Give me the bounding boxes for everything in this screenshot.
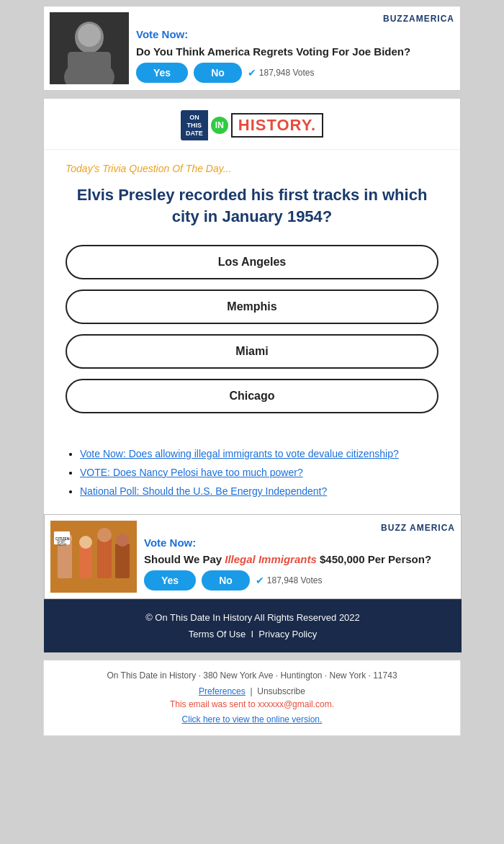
buzz-america-logo-top: BUZZAMERICA bbox=[136, 14, 454, 24]
answer-choices: Los Angeles Memphis Miami Chicago bbox=[66, 245, 438, 413]
calendar-box: ON THIS DATE bbox=[181, 110, 208, 140]
footer-links: Terms Of Use I Privacy Policy bbox=[58, 629, 447, 639]
in-label: IN bbox=[215, 120, 224, 130]
answer-chicago[interactable]: Chicago bbox=[66, 379, 438, 413]
ad-inner-top: BUZZAMERICA Vote Now: Do You Think Ameri… bbox=[44, 6, 460, 90]
votes-label-top: 187,948 Votes bbox=[259, 68, 315, 78]
no-button-top[interactable]: No bbox=[194, 63, 242, 83]
history-label: HISTORY. bbox=[238, 116, 316, 134]
yes-button-bottom[interactable]: Yes bbox=[144, 570, 196, 591]
svg-point-13 bbox=[116, 534, 129, 547]
answer-memphis[interactable]: Memphis bbox=[66, 289, 438, 324]
footer-light: On This Date in History · 380 New York A… bbox=[43, 660, 461, 736]
poll-link-1[interactable]: Vote Now: Does allowing illegal immigran… bbox=[80, 448, 399, 459]
in-badge: IN bbox=[211, 117, 228, 134]
ad-banner-top: BUZZAMERICA Vote Now: Do You Think Ameri… bbox=[43, 6, 461, 91]
unsubscribe-label: Unsubscribe bbox=[257, 686, 305, 696]
main-content-box: ON THIS DATE IN HISTORY. Today's Trivia … bbox=[43, 98, 461, 653]
preferences-line: Preferences | Unsubscribe bbox=[58, 686, 446, 696]
answer-los-angeles[interactable]: Los Angeles bbox=[66, 245, 438, 279]
email-notice: This email was sent to xxxxxx@gmail.com. bbox=[170, 699, 334, 709]
view-online: Click here to view the online version. bbox=[58, 712, 446, 725]
svg-rect-6 bbox=[58, 542, 72, 578]
otd-logo: ON THIS DATE IN HISTORY. bbox=[181, 110, 323, 140]
footer-dark: © On This Date In History All Rights Res… bbox=[44, 599, 462, 652]
votes-count-top: ✔ 187,948 Votes bbox=[248, 67, 315, 78]
ad-bottom-inner: CITIZEN- SHIP NOW BUZZ AMERICA Vote Now:… bbox=[45, 515, 461, 598]
on-label: ON bbox=[189, 114, 199, 121]
history-text: HISTORY. bbox=[231, 113, 323, 138]
ad-text-area-top: BUZZAMERICA Vote Now: Do You Think Ameri… bbox=[136, 14, 454, 84]
answer-miami[interactable]: Miami bbox=[66, 334, 438, 369]
yes-button-top[interactable]: Yes bbox=[136, 63, 188, 83]
this-label: THIS bbox=[187, 122, 202, 129]
question-part2: $450,000 Per Person? bbox=[317, 553, 431, 565]
list-item: National Poll: Should the U.S. Be Energy… bbox=[80, 485, 438, 497]
terms-link[interactable]: Terms Of Use bbox=[189, 629, 246, 639]
vote-now-label-top: Vote Now: bbox=[136, 28, 454, 40]
list-item: VOTE: Does Nancy Pelosi have too much po… bbox=[80, 467, 438, 478]
check-icon-bottom: ✔ bbox=[256, 575, 264, 586]
trivia-section: Today's Trivia Question Of The Day... El… bbox=[44, 150, 460, 447]
on-this-date-header: ON THIS DATE IN HISTORY. bbox=[44, 99, 460, 150]
svg-rect-4 bbox=[68, 52, 111, 84]
email-line: This email was sent to xxxxxx@gmail.com. bbox=[58, 699, 446, 709]
buzz-label-bottom: BUZZ bbox=[381, 523, 407, 533]
page-wrapper: BUZZAMERICA Vote Now: Do You Think Ameri… bbox=[0, 0, 504, 750]
svg-rect-12 bbox=[115, 544, 130, 578]
ad-question-top: Do You Think America Regrets Voting For … bbox=[136, 45, 454, 59]
svg-rect-8 bbox=[79, 546, 92, 578]
list-item: Vote Now: Does allowing illegal immigran… bbox=[80, 448, 438, 459]
poll-link-3[interactable]: National Poll: Should the U.S. Be Energy… bbox=[80, 485, 327, 497]
ad-image-bottom: CITIZEN- SHIP NOW bbox=[50, 521, 137, 593]
trivia-label: Today's Trivia Question Of The Day... bbox=[66, 163, 438, 174]
separator2: | bbox=[250, 686, 252, 696]
ad-buttons-top: Yes No ✔ 187,948 Votes bbox=[136, 63, 454, 83]
no-button-bottom[interactable]: No bbox=[202, 570, 250, 591]
preferences-link[interactable]: Preferences bbox=[199, 686, 246, 696]
svg-rect-10 bbox=[97, 539, 112, 578]
question-italic: Illegal Immigrants bbox=[225, 553, 317, 565]
copyright-text: © On This Date In History All Rights Res… bbox=[58, 612, 447, 623]
date-label: DATE bbox=[186, 130, 203, 137]
trivia-question: Elvis Presley recorded his first tracks … bbox=[66, 184, 438, 227]
svg-point-11 bbox=[97, 528, 112, 542]
america-label-top: AMERICA bbox=[409, 14, 454, 24]
buzz-america-logo-bottom: BUZZ AMERICA bbox=[144, 523, 455, 533]
ad-buttons-bottom: Yes No ✔ 187,948 Votes bbox=[144, 570, 455, 591]
ad-banner-bottom: CITIZEN- SHIP NOW BUZZ AMERICA Vote Now:… bbox=[44, 514, 462, 599]
poll-links-list: Vote Now: Does allowing illegal immigran… bbox=[66, 448, 438, 497]
ad-bottom-question: Should We Pay Illegal Immigrants $450,00… bbox=[144, 552, 455, 567]
votes-label-bottom: 187,948 Votes bbox=[267, 575, 323, 585]
svg-text:NOW: NOW bbox=[58, 542, 67, 547]
votes-count-bottom: ✔ 187,948 Votes bbox=[256, 575, 323, 586]
svg-point-3 bbox=[78, 24, 101, 47]
footer-separator: I bbox=[251, 629, 253, 639]
address-line: On This Date in History · 380 New York A… bbox=[58, 670, 446, 681]
links-section: Vote Now: Does allowing illegal immigran… bbox=[44, 448, 460, 514]
view-online-link[interactable]: Click here to view the online version. bbox=[182, 714, 323, 724]
buzz-label-top: BUZZ bbox=[383, 14, 409, 24]
question-part1: Should We Pay bbox=[144, 553, 225, 565]
check-icon-top: ✔ bbox=[248, 67, 256, 78]
privacy-link[interactable]: Privacy Policy bbox=[258, 629, 317, 639]
ad-image-top bbox=[50, 12, 129, 84]
poll-link-2[interactable]: VOTE: Does Nancy Pelosi have too much po… bbox=[80, 467, 303, 478]
ad-bottom-text: BUZZ AMERICA Vote Now: Should We Pay Ill… bbox=[144, 523, 455, 591]
svg-point-9 bbox=[79, 536, 92, 549]
vote-now-label-bottom: Vote Now: bbox=[144, 537, 455, 549]
america-label-bottom: AMERICA bbox=[407, 523, 455, 533]
